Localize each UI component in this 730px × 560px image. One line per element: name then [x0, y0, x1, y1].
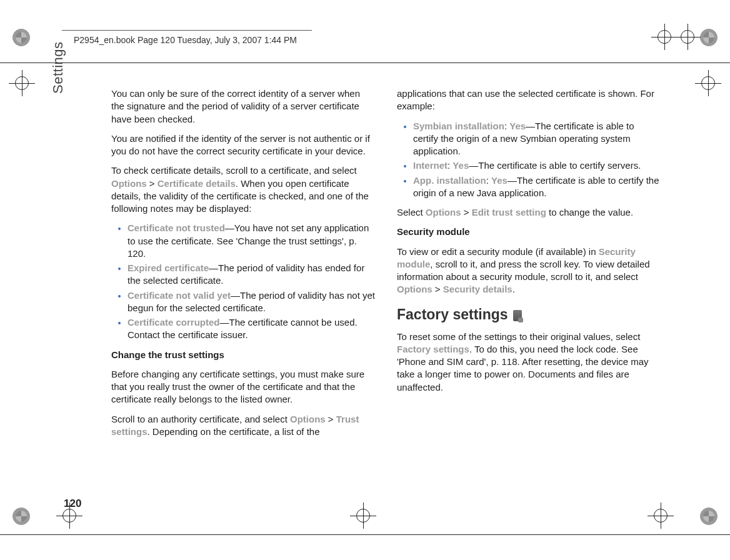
- column-left: You can only be sure of the correct iden…: [111, 88, 376, 445]
- text-run: , scroll to it, and press the scroll key…: [397, 259, 650, 282]
- crosshair-icon: [699, 74, 718, 92]
- page-header-meta: P2954_en.book Page 120 Tuesday, July 3, …: [74, 35, 297, 45]
- ui-label: Expired certificate: [128, 262, 209, 273]
- ui-label: Options: [290, 414, 326, 424]
- heading-text: Factory settings: [397, 305, 508, 324]
- ui-label: Options: [111, 178, 147, 189]
- subheading: Change the trust settings: [111, 349, 376, 361]
- list-item: Certificate not valid yet—The period of …: [128, 289, 376, 315]
- body-text: To check certificate details, scroll to …: [111, 164, 376, 215]
- text-run: To check certificate details, scroll to …: [111, 165, 357, 176]
- crosshair-icon: [12, 74, 31, 92]
- ui-label: Options: [426, 207, 461, 218]
- list-item: Symbian installation: Yes—The certificat…: [413, 120, 661, 158]
- list-item: Certificate not trusted—You have not set…: [128, 222, 376, 260]
- ui-label: Certificate corrupted: [128, 317, 220, 328]
- text-run: >: [432, 284, 443, 294]
- ui-label: Symbian installation: [413, 121, 504, 131]
- body-text: Before changing any certificate settings…: [111, 368, 376, 406]
- list-item: Internet: Yes—The certificate is able to…: [413, 159, 661, 172]
- text-run: To reset some of the settings to their o…: [397, 331, 640, 342]
- section-side-label: Settings: [64, 42, 80, 94]
- crosshair-icon: [655, 28, 674, 46]
- body-text: You are notified if the identity of the …: [111, 132, 376, 158]
- crosshair-icon: [354, 506, 372, 525]
- ui-label: Edit trust setting: [472, 207, 546, 218]
- ui-label: Certificate details: [158, 178, 236, 189]
- ui-label: Factory settings: [397, 344, 469, 354]
- crosshair-icon: [651, 506, 670, 525]
- ui-label: Internet: [413, 160, 448, 171]
- body-text: applications that can use the selected c…: [397, 88, 661, 113]
- text-run: Scroll to an authority certificate, and …: [111, 414, 290, 424]
- text-run: —The certificate is able to certify serv…: [469, 160, 641, 171]
- column-right: applications that can use the selected c…: [397, 88, 661, 445]
- ui-label: Yes: [452, 160, 469, 171]
- text-run: :: [486, 175, 491, 186]
- body-text: You can only be sure of the correct iden…: [111, 88, 376, 126]
- crop-rule: [0, 534, 730, 535]
- list-item: Expired certificate—The period of validi…: [128, 262, 376, 288]
- ui-label: Certificate not trusted: [128, 222, 225, 233]
- ui-label: Yes: [509, 121, 526, 131]
- heading-factory-settings: Factory settings: [397, 305, 661, 324]
- ui-label: Certificate not valid yet: [128, 290, 231, 301]
- bullet-list: Certificate not trusted—You have not set…: [111, 222, 376, 341]
- text-run: to change the value.: [546, 207, 633, 218]
- text-run: .: [512, 284, 515, 294]
- text-run: >: [326, 414, 336, 424]
- print-mark-icon: [12, 508, 30, 525]
- print-mark-icon: [700, 508, 718, 525]
- crosshair-icon: [60, 506, 79, 525]
- text-run: Select: [397, 207, 426, 218]
- body-text: To reset some of the settings to their o…: [397, 331, 661, 394]
- print-mark-icon: [700, 29, 718, 46]
- crop-rule: [0, 62, 730, 63]
- body-text: Scroll to an authority certificate, and …: [111, 413, 376, 439]
- text-run: To view or edit a security module (if av…: [397, 246, 599, 257]
- crosshair-icon: [678, 28, 697, 46]
- text-run: >: [461, 207, 472, 218]
- ui-label: Yes: [491, 175, 508, 186]
- header-rule: [62, 30, 312, 31]
- body-text: Select Options > Edit trust setting to c…: [397, 206, 661, 219]
- section-side-label-text: Settings: [50, 42, 66, 94]
- ui-label: App. installation: [413, 175, 486, 186]
- bullet-list: Symbian installation: Yes—The certificat…: [397, 120, 661, 200]
- print-mark-icon: [12, 29, 30, 46]
- ui-label: Options: [397, 284, 432, 294]
- list-item: Certificate corrupted—The certificate ca…: [128, 316, 376, 342]
- list-item: App. installation: Yes—The certificate i…: [413, 174, 661, 200]
- ui-label: Security details: [443, 284, 512, 294]
- text-run: . Depending on the certificate, a list o…: [148, 426, 320, 437]
- body-text: To view or edit a security module (if av…: [397, 246, 661, 296]
- page-body: You can only be sure of the correct iden…: [111, 88, 661, 445]
- text-run: :: [504, 121, 509, 131]
- factory-settings-icon: [513, 310, 522, 321]
- subheading: Security module: [397, 226, 661, 238]
- text-run: >: [147, 178, 158, 189]
